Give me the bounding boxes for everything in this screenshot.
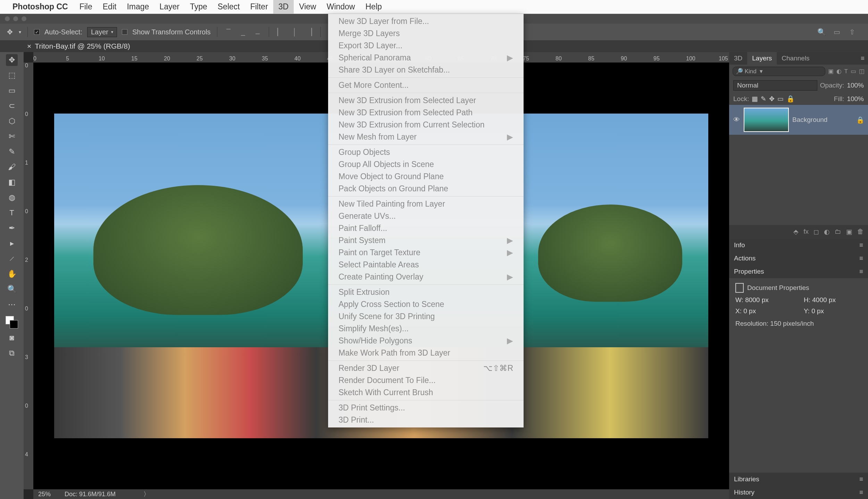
menu-item[interactable]: 3D Print...: [328, 414, 524, 426]
menu-3d[interactable]: 3D: [273, 0, 294, 14]
share-icon[interactable]: ⇧: [847, 27, 857, 37]
delete-layer-icon[interactable]: 🗑: [857, 228, 864, 236]
blend-mode-dropdown[interactable]: Normal: [733, 80, 817, 91]
menu-item[interactable]: Show/Hide Polygons▶: [328, 335, 524, 347]
menu-item[interactable]: Paint System▶: [328, 234, 524, 247]
menu-item[interactable]: Group All Objects in Scene: [328, 158, 524, 171]
menu-window[interactable]: Window: [322, 0, 360, 14]
lock-position-icon[interactable]: ✎: [761, 95, 766, 103]
align-left-icon[interactable]: ▏: [275, 27, 285, 37]
lock-pixels-icon[interactable]: ▦: [752, 95, 758, 103]
menu-help[interactable]: Help: [360, 0, 387, 14]
menu-item[interactable]: Sketch With Current Brush: [328, 386, 524, 399]
menu-file[interactable]: File: [74, 0, 98, 14]
layer-mask-icon[interactable]: ◻: [813, 228, 819, 236]
menu-item[interactable]: New 3D Extrusion from Current Selection: [328, 119, 524, 131]
panel-menu-icon[interactable]: ≡: [859, 268, 863, 275]
move-tool[interactable]: ✥: [6, 54, 18, 66]
menu-item[interactable]: Select Paintable Areas: [328, 259, 524, 271]
link-layers-icon[interactable]: ⬘: [793, 228, 799, 236]
crop-tool[interactable]: ✄: [6, 131, 18, 142]
tool-preset-chevron-icon[interactable]: ▾: [19, 29, 21, 35]
bucket-tool[interactable]: ◍: [6, 192, 18, 203]
panel-menu-icon[interactable]: ≡: [859, 255, 863, 262]
menu-item[interactable]: Move Object to Ground Plane: [328, 171, 524, 183]
brush-tool[interactable]: 🖌: [6, 161, 18, 173]
move-tool-icon[interactable]: ✥: [6, 28, 14, 36]
align-vcenter-icon[interactable]: ⎯: [238, 27, 248, 37]
minimize-window-icon[interactable]: [13, 16, 18, 21]
pen-tool[interactable]: ✒: [6, 222, 18, 234]
menu-item[interactable]: New 3D Extrusion from Selected Path: [328, 107, 524, 119]
lock-all-icon[interactable]: 🔒: [786, 95, 795, 103]
close-window-icon[interactable]: [5, 16, 10, 21]
menu-item[interactable]: New 3D Layer from File...: [328, 15, 524, 27]
close-tab-icon[interactable]: ×: [27, 42, 31, 50]
eraser-tool[interactable]: ◧: [6, 176, 18, 188]
eyedropper-tool[interactable]: ✎: [6, 146, 18, 158]
menu-item[interactable]: Create Painting Overlay▶: [328, 271, 524, 283]
line-tool[interactable]: ⟋: [6, 253, 18, 265]
layer-visibility-icon[interactable]: 👁: [733, 116, 740, 124]
properties-panel-header[interactable]: Properties≡: [729, 265, 868, 278]
rect-tool[interactable]: ▭: [6, 85, 18, 97]
menu-item[interactable]: Make Work Path from 3D Layer: [328, 347, 524, 359]
layer-group-icon[interactable]: 🗀: [835, 228, 841, 236]
status-chevron-icon[interactable]: 〉: [143, 490, 150, 498]
layer-name[interactable]: Background: [792, 116, 827, 124]
panel-tab-layers[interactable]: Layers: [747, 52, 777, 65]
menu-filter[interactable]: Filter: [245, 0, 273, 14]
menu-item[interactable]: Unify Scene for 3D Printing: [328, 310, 524, 323]
auto-select-dropdown[interactable]: Layer ▾: [87, 27, 117, 37]
layer-thumbnail[interactable]: [744, 108, 789, 132]
menu-image[interactable]: Image: [122, 0, 154, 14]
menu-item[interactable]: Generate UVs...: [328, 210, 524, 222]
panel-menu-icon[interactable]: ≡: [859, 489, 863, 496]
filter-smart-icon[interactable]: ◫: [859, 68, 865, 75]
menu-item[interactable]: Render Document To File...: [328, 374, 524, 386]
menu-item[interactable]: Split Extrusion: [328, 286, 524, 298]
layer-row[interactable]: 👁 Background 🔒: [729, 105, 868, 135]
quick-select-tool[interactable]: ⬡: [6, 115, 18, 127]
menu-layer[interactable]: Layer: [154, 0, 185, 14]
layer-fx-icon[interactable]: fx: [803, 228, 809, 236]
menu-type[interactable]: Type: [185, 0, 212, 14]
panel-menu-icon[interactable]: ≡: [859, 241, 863, 249]
layer-lock-icon[interactable]: 🔒: [856, 116, 865, 124]
menu-item[interactable]: Simplify Mesh(es)...: [328, 323, 524, 335]
align-bottom-icon[interactable]: ⎽: [253, 27, 262, 37]
menu-item[interactable]: Get More Content...: [328, 79, 524, 91]
menu-item[interactable]: Render 3D Layer⌥⇧⌘R: [328, 362, 524, 374]
actions-panel-header[interactable]: Actions≡: [729, 252, 868, 265]
show-transform-checkbox[interactable]: [122, 29, 127, 35]
filter-type-icon[interactable]: T: [844, 68, 848, 75]
zoom-level[interactable]: 25%: [38, 491, 51, 498]
filter-image-icon[interactable]: ▣: [828, 68, 834, 75]
fill-value[interactable]: 100%: [847, 95, 864, 103]
type-tool[interactable]: T: [6, 207, 18, 219]
new-layer-icon[interactable]: ▣: [846, 228, 852, 236]
adjustment-layer-icon[interactable]: ◐: [824, 228, 830, 236]
align-right-icon[interactable]: ▕: [304, 27, 314, 37]
filter-adjust-icon[interactable]: ◐: [836, 68, 842, 75]
align-hcenter-icon[interactable]: │: [290, 27, 300, 37]
path-select-tool[interactable]: ▸: [6, 238, 18, 249]
menu-select[interactable]: Select: [212, 0, 245, 14]
menu-item[interactable]: Paint Falloff...: [328, 222, 524, 234]
menu-item[interactable]: Merge 3D Layers: [328, 27, 524, 40]
menu-item[interactable]: Apply Cross Section to Scene: [328, 298, 524, 310]
menu-item[interactable]: Spherical Panorama▶: [328, 52, 524, 64]
lasso-tool[interactable]: ⊂: [6, 100, 18, 112]
panel-menu-icon[interactable]: ≡: [857, 55, 868, 62]
search-icon[interactable]: 🔍: [817, 27, 826, 37]
panel-tab-3d[interactable]: 3D: [729, 52, 747, 65]
menu-item[interactable]: Paint on Target Texture▶: [328, 247, 524, 259]
color-swatch[interactable]: [6, 316, 18, 328]
menu-item[interactable]: New 3D Extrusion from Selected Layer: [328, 94, 524, 107]
panel-menu-icon[interactable]: ≡: [859, 475, 863, 483]
lock-move-icon[interactable]: ✥: [769, 95, 775, 103]
info-panel-header[interactable]: Info≡: [729, 239, 868, 252]
hand-tool[interactable]: ✋: [6, 268, 18, 280]
menu-item[interactable]: Pack Objects on Ground Plane: [328, 183, 524, 195]
menu-item[interactable]: Share 3D Layer on Sketchfab...: [328, 64, 524, 76]
